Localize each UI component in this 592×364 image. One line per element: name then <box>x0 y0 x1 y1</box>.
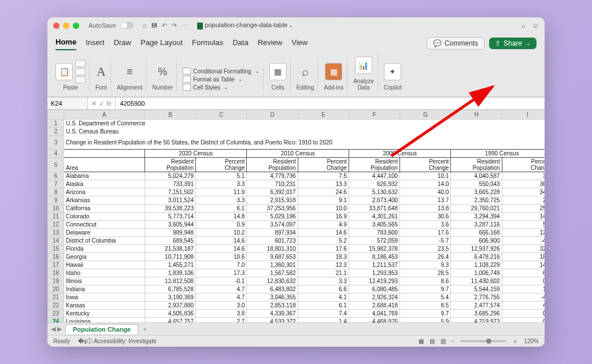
sheet-next-icon[interactable]: ▶ <box>57 325 62 333</box>
excel-window: AutoSave ⌂ 💾︎ ↶ ↷ ⋯ population-change-da… <box>47 17 545 347</box>
col-header-C[interactable]: C <box>196 110 247 120</box>
group-addins: ▦ Add-ins <box>320 60 347 91</box>
zoom-in-button[interactable]: ＋ <box>512 337 518 346</box>
tab-data[interactable]: Data <box>232 36 248 50</box>
table-row[interactable]: 14District of Columbia689,54514.6601,723… <box>48 237 545 245</box>
sheet-prev-icon[interactable]: ◀ <box>51 325 56 333</box>
ribbon-tabs: Home Insert Draw Page Layout Formulas Da… <box>47 34 545 50</box>
spreadsheet-grid[interactable]: ABCDEFGHI1U.S. Department of Commerce2U.… <box>47 110 545 322</box>
col-header-D[interactable]: D <box>247 110 298 120</box>
col-header-F[interactable]: F <box>349 110 399 120</box>
window-controls <box>53 23 79 29</box>
table-row[interactable]: 16Georgia10,711,90810.69,687,65318.38,18… <box>48 253 545 261</box>
format-painter-button[interactable] <box>75 76 86 83</box>
col-header-E[interactable]: E <box>298 110 349 120</box>
enter-formula-icon[interactable]: ✓ <box>99 100 104 107</box>
quick-access-toolbar: ⌂ 💾︎ ↶ ↷ ⋯ <box>143 22 188 29</box>
sheet-tab-population-change[interactable]: Population Change <box>65 324 138 334</box>
editing-icon[interactable]: ⌕ <box>302 65 309 79</box>
table-row[interactable]: 9Arkansas3,011,5243.32,915,9189.12,673,4… <box>48 196 545 205</box>
formula-input[interactable]: 4205900 <box>116 100 545 107</box>
minimize-icon[interactable] <box>63 23 69 29</box>
more-icon[interactable]: ⋯ <box>182 22 188 29</box>
table-row[interactable]: 10California39,538,2236.137,253,95610.03… <box>48 205 545 213</box>
zoom-slider[interactable] <box>460 340 506 342</box>
autosave-toggle[interactable] <box>121 22 134 29</box>
copilot-button[interactable]: ✦ <box>384 63 401 80</box>
table-row[interactable]: 7Alaska733,3913.3710,23113.3626,93214.05… <box>48 180 545 188</box>
close-icon[interactable] <box>53 23 60 29</box>
tab-insert[interactable]: Insert <box>86 36 105 50</box>
alignment-icon[interactable]: ≡ <box>127 66 133 78</box>
table-row[interactable]: 21Iowa3,190,3694.73,046,3554.12,926,3245… <box>48 294 545 302</box>
table-row[interactable]: 20Indiana6,785,5284.76,483,8026.66,080,4… <box>48 285 545 294</box>
paste-button[interactable]: 📋 <box>56 63 73 80</box>
sheet-tab-bar: ◀▶ Population Change ＋ <box>47 322 545 335</box>
addins-button[interactable]: ▦ <box>325 63 342 80</box>
conditional-formatting-button[interactable]: Conditional Formatting⌄ <box>183 68 260 75</box>
zoom-level[interactable]: 120% <box>524 338 539 344</box>
view-page-break-icon[interactable]: ▧ <box>441 338 446 344</box>
analyze-data-button[interactable]: 📊 <box>355 57 372 74</box>
group-alignment: ≡ Alignment <box>113 60 146 91</box>
search-icon[interactable]: ⌕ <box>521 22 526 29</box>
table-row[interactable]: 6Alabama5,024,2795.14,779,7367.54,447,10… <box>48 172 545 180</box>
font-icon[interactable]: A <box>97 64 106 79</box>
tab-formulas[interactable]: Formulas <box>192 36 223 50</box>
maximize-icon[interactable] <box>73 23 79 29</box>
share-button[interactable]: ⇪Share⌄ <box>489 38 536 49</box>
table-row[interactable]: 13Delaware989,94810.2897,93414.6783,6001… <box>48 229 545 237</box>
cell-styles-button[interactable]: Cell Styles⌄ <box>183 84 228 91</box>
tab-home[interactable]: Home <box>56 36 76 50</box>
col-header-I[interactable]: I <box>502 110 545 120</box>
table-row[interactable]: 23Kentucky4,505,8363.84,339,3677.44,041,… <box>48 310 545 318</box>
tab-page-layout[interactable]: Page Layout <box>140 36 183 50</box>
col-header-A[interactable]: A <box>64 110 145 120</box>
group-analyze: 📊 Analyze Data <box>350 54 378 91</box>
cells-button[interactable]: ▦ <box>269 63 287 80</box>
table-row[interactable]: 22Kansas2,937,8803.02,853,1186.12,688,41… <box>48 302 545 310</box>
table-row[interactable]: 24Louisiana4,657,7572.74,533,3721.44,468… <box>48 318 545 323</box>
table-row[interactable]: 17Hawaii1,455,2717.01,360,30112.31,211,5… <box>48 261 545 269</box>
table-row[interactable]: 18Idaho1,839,10617.31,567,58221.11,293,9… <box>48 269 545 277</box>
copy-button[interactable] <box>75 68 86 75</box>
col-header-G[interactable]: G <box>400 110 451 120</box>
table-row[interactable]: 15Florida21,538,18714.618,801,31017.615,… <box>48 245 545 253</box>
cut-button[interactable] <box>75 60 86 67</box>
col-header-B[interactable]: B <box>145 110 195 120</box>
format-as-table-button[interactable]: Format as Table⌄ <box>183 76 243 83</box>
home-icon[interactable]: ⌂ <box>143 22 147 29</box>
table-row[interactable]: 8Arizona7,151,50211.96,392,01724.65,130,… <box>48 188 545 196</box>
table-row[interactable]: 19Illinois12,812,508-0.112,830,6323.312,… <box>48 277 545 285</box>
ribbon: 📋 Paste A Font ≡ Alignment % Number Cond… <box>47 50 545 97</box>
undo-icon[interactable]: ↶ <box>162 22 167 29</box>
account-icon[interactable]: ☺ <box>532 22 539 29</box>
excel-icon <box>197 23 203 29</box>
fx-icon[interactable]: fx <box>106 100 112 107</box>
view-normal-icon[interactable]: ▦ <box>419 338 424 344</box>
table-row[interactable]: 11Colorado5,773,71414.85,029,19616.94,30… <box>48 213 545 221</box>
view-page-layout-icon[interactable]: ▤ <box>430 338 435 344</box>
cancel-formula-icon[interactable]: ✕ <box>91 100 97 107</box>
table-row[interactable]: 12Connecticut3,605,9440.93,574,0974.93,4… <box>48 221 545 229</box>
zoom-out-button[interactable]: − <box>452 338 455 344</box>
group-editing: ⌕ Editing <box>293 60 319 91</box>
redo-icon[interactable]: ↷ <box>172 22 177 29</box>
col-header-H[interactable]: H <box>451 110 502 120</box>
add-sheet-button[interactable]: ＋ <box>142 325 148 333</box>
tab-draw[interactable]: Draw <box>114 36 131 50</box>
status-accessibility[interactable]: �șⓘ Accessibility: Investigate <box>78 337 157 346</box>
number-icon[interactable]: % <box>158 66 167 78</box>
status-bar: Ready �șⓘ Accessibility: Investigate ▦ ▤… <box>47 335 545 347</box>
group-number: % Number <box>149 60 177 91</box>
formula-bar: K24 ✕ ✓ fx 4205900 <box>47 97 545 110</box>
comments-button[interactable]: 💬Comments <box>427 37 484 50</box>
share-icon: ⇪ <box>495 39 501 47</box>
save-icon[interactable]: 💾︎ <box>151 22 157 29</box>
name-box[interactable]: K24 <box>47 98 88 109</box>
tab-review[interactable]: Review <box>258 36 283 50</box>
tab-view[interactable]: View <box>291 36 308 50</box>
group-styles: Conditional Formatting⌄ Format as Table⌄… <box>179 68 264 91</box>
group-font: A Font <box>92 60 111 91</box>
doc-title[interactable]: population-change-data-table⌄ <box>197 21 293 29</box>
